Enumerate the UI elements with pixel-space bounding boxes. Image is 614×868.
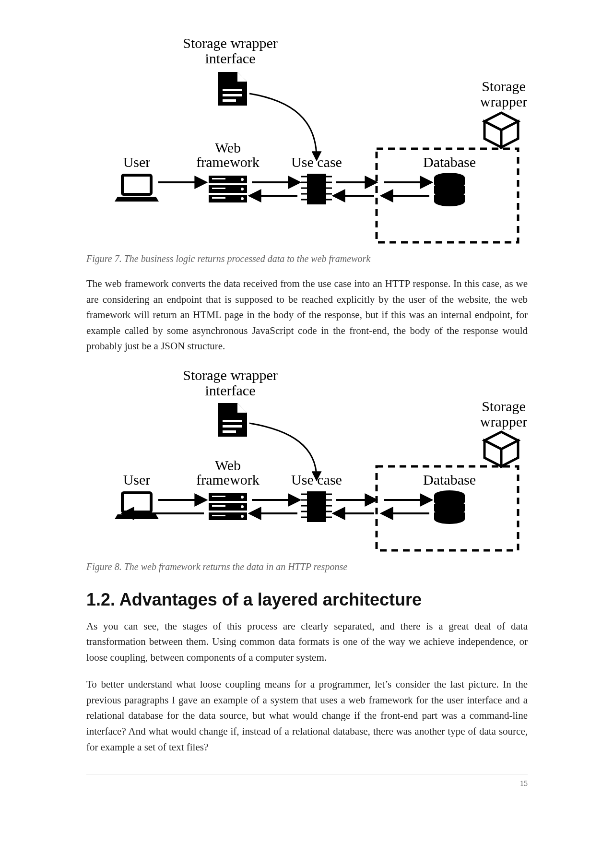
label-database: Database (423, 472, 476, 488)
svg-point-9 (241, 197, 244, 200)
label-storage-wrapper-interface-1: Storage wrapper (183, 35, 277, 51)
svg-point-41 (241, 515, 244, 518)
svg-rect-44 (212, 515, 225, 516)
svg-rect-3 (122, 175, 151, 194)
label-storage-wrapper-interface-2: interface (205, 50, 256, 66)
svg-rect-34 (223, 430, 236, 433)
document-icon (218, 72, 247, 106)
arrows-row (158, 182, 429, 196)
arrow-interface-to-usecase (249, 94, 317, 158)
chip-icon (301, 174, 332, 204)
svg-rect-43 (212, 505, 225, 507)
svg-point-7 (241, 178, 244, 181)
server-stack-icon (209, 176, 247, 202)
figure-7-caption: Figure 7. The business logic returns pro… (86, 253, 528, 264)
svg-rect-11 (212, 188, 225, 189)
svg-rect-13 (307, 174, 326, 204)
label-storage-wrapper-1: Storage (482, 78, 526, 94)
svg-rect-2 (223, 99, 236, 102)
cube-icon (484, 432, 518, 466)
document-icon (218, 403, 247, 437)
svg-rect-35 (122, 493, 151, 512)
svg-rect-10 (212, 178, 225, 179)
figure-8: Storage wrapper interface Storage wrappe… (86, 366, 528, 558)
footer-rule (86, 774, 528, 774)
label-storage-wrapper-2: wrapper (480, 414, 527, 429)
label-storage-wrapper-2: wrapper (480, 94, 527, 109)
database-icon (434, 490, 465, 524)
laptop-icon (115, 493, 159, 519)
svg-rect-42 (212, 496, 225, 497)
svg-rect-12 (212, 197, 225, 199)
svg-rect-33 (223, 425, 242, 428)
page-content: Storage wrapper interface Storage wrappe… (43, 0, 571, 807)
svg-point-8 (241, 188, 244, 190)
database-icon (434, 173, 465, 206)
svg-rect-45 (307, 491, 326, 522)
paragraph-2: As you can see, the stages of this proce… (86, 618, 528, 666)
chip-icon (301, 491, 332, 522)
laptop-icon (115, 175, 159, 202)
figure-7: Storage wrapper interface Storage wrappe… (86, 29, 528, 250)
figure-8-svg: Storage wrapper interface Storage wrappe… (86, 366, 528, 558)
label-user: User (123, 472, 151, 488)
paragraph-1: The web framework converts the data rece… (86, 276, 528, 354)
cube-icon (484, 113, 518, 147)
label-database: Database (423, 154, 476, 170)
server-stack-icon (209, 493, 247, 520)
figure-7-svg: Storage wrapper interface Storage wrappe… (86, 29, 528, 250)
label-web-framework-2: framework (196, 472, 260, 488)
svg-rect-1 (223, 94, 242, 96)
svg-point-39 (241, 496, 244, 499)
arrows-row (125, 500, 429, 513)
label-web-framework-1: Web (215, 457, 241, 473)
page-number: 15 (86, 779, 528, 788)
svg-point-40 (241, 505, 244, 508)
arrow-interface-to-usecase (249, 423, 317, 478)
svg-rect-0 (223, 89, 242, 91)
svg-rect-32 (223, 420, 242, 422)
label-web-framework-2: framework (196, 154, 260, 170)
paragraph-3: To better understand what loose coupling… (86, 677, 528, 755)
label-storage-wrapper-1: Storage (482, 398, 526, 414)
section-heading: 1.2. Advantages of a layered architectur… (86, 590, 528, 610)
label-web-framework-1: Web (215, 140, 241, 155)
label-storage-wrapper-interface-2: interface (205, 382, 256, 398)
label-storage-wrapper-interface-1: Storage wrapper (183, 367, 277, 383)
label-user: User (123, 154, 151, 170)
figure-8-caption: Figure 8. The web framework returns the … (86, 561, 528, 572)
